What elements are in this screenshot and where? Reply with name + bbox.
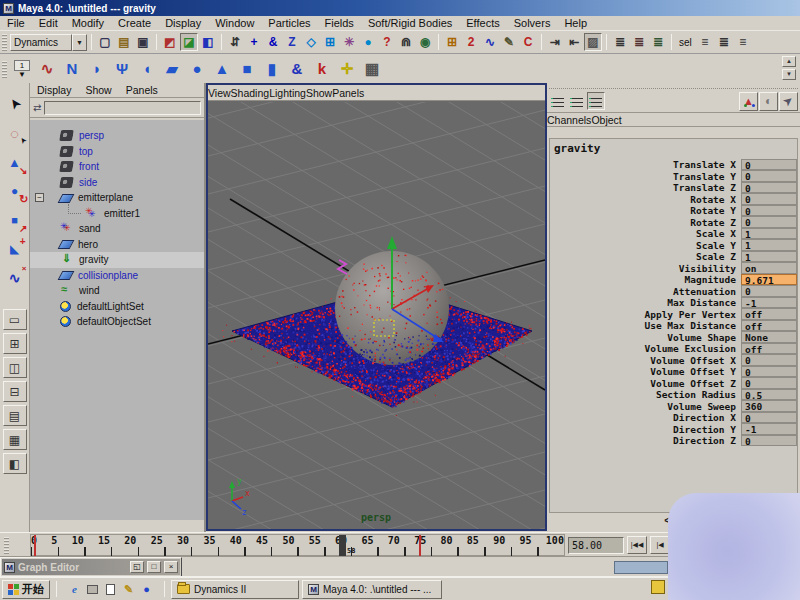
help-icon[interactable]: ?: [378, 33, 396, 51]
channel-speed-fast-icon[interactable]: [587, 92, 605, 110]
menu-item[interactable]: Fields: [318, 16, 361, 30]
current-time-field[interactable]: 58.00: [568, 537, 624, 554]
channel-value-field[interactable]: 1: [741, 228, 797, 240]
render-current-icon[interactable]: ≣: [611, 33, 629, 51]
channel-value-field[interactable]: 0: [741, 412, 797, 424]
outliner-item[interactable]: defaultObjectSet: [30, 314, 204, 330]
menu-item[interactable]: Modify: [65, 16, 111, 30]
graph-editor-window[interactable]: M Graph Editor ◱ □ ×: [0, 557, 182, 577]
expander-icon[interactable]: [35, 131, 44, 140]
graph-editor-titlebar[interactable]: M Graph Editor ◱ □ ×: [2, 559, 180, 575]
expander-icon[interactable]: [35, 240, 44, 249]
magnet-icon[interactable]: C: [519, 33, 537, 51]
last-tool-curve[interactable]: [2, 265, 28, 291]
curve-point-icon[interactable]: ∿: [481, 33, 499, 51]
pointer-arrow-icon[interactable]: ➤: [779, 92, 798, 111]
lasso-tool[interactable]: [2, 120, 28, 146]
layout-four-view[interactable]: ⊞: [3, 333, 27, 354]
select-component-icon[interactable]: ◧: [199, 33, 217, 51]
outliner-item[interactable]: − emitterplane: [30, 190, 204, 206]
viewport-menu-item[interactable]: Shading: [231, 87, 270, 99]
lattice-edit-icon[interactable]: ⊞: [443, 33, 461, 51]
media-player-icon[interactable]: ●: [139, 582, 154, 597]
channel-value-field[interactable]: 0: [741, 354, 797, 366]
channel-value-field[interactable]: off: [741, 308, 797, 320]
outliner-item[interactable]: hero: [30, 237, 204, 253]
outliner-filter-input[interactable]: [44, 101, 201, 115]
new-scene-icon[interactable]: ▢: [96, 33, 114, 51]
range-slider-bar[interactable]: [614, 561, 668, 574]
channel-value-field[interactable]: 0: [741, 170, 797, 182]
maximize-icon[interactable]: □: [147, 561, 161, 573]
cube-icon[interactable]: ■: [235, 57, 259, 81]
select-tool[interactable]: [2, 91, 28, 117]
loft-icon[interactable]: Ψ: [110, 57, 134, 81]
time-slider[interactable]: 0510152025303540455055606570758085909510…: [30, 534, 565, 556]
channel-value-field[interactable]: 1: [741, 239, 797, 251]
outliner-item[interactable]: front: [30, 159, 204, 175]
expander-icon[interactable]: [35, 209, 44, 218]
nurbs-sphere-icon[interactable]: ●: [359, 33, 377, 51]
channel-value-field[interactable]: 1: [741, 251, 797, 263]
particle-star-icon[interactable]: ✳: [340, 33, 358, 51]
outliner-item[interactable]: collisionplane: [30, 268, 204, 284]
expander-icon[interactable]: [35, 147, 44, 156]
sphere-icon[interactable]: ●: [185, 57, 209, 81]
filter-arrows-icon[interactable]: ⇄: [33, 102, 41, 113]
chevron-down-icon[interactable]: ▼: [18, 72, 26, 78]
restore-icon[interactable]: ◱: [130, 561, 144, 573]
select-object-icon[interactable]: ◪: [180, 33, 198, 51]
expander-icon[interactable]: [35, 317, 44, 326]
snap-mode-icon[interactable]: ⇵: [226, 33, 244, 51]
joint-tool-icon[interactable]: &: [285, 57, 309, 81]
step-back-button[interactable]: |◀: [650, 536, 670, 554]
poly-cube-icon[interactable]: ◇: [302, 33, 320, 51]
curve-red-icon[interactable]: 2: [462, 33, 480, 51]
drag-handle[interactable]: [4, 536, 9, 554]
menu-item[interactable]: Create: [111, 16, 158, 30]
layout-persp-outliner[interactable]: ◫: [3, 357, 27, 378]
outliner-item[interactable]: defaultLightSet: [30, 299, 204, 315]
chevron-down-icon[interactable]: ▼: [72, 34, 87, 51]
ep-curve-icon[interactable]: ∿: [35, 57, 59, 81]
show-desktop-icon[interactable]: [85, 582, 100, 597]
viewport-canvas[interactable]: y x z persp: [208, 102, 545, 529]
outliner-item[interactable]: side: [30, 175, 204, 191]
channel-value-field[interactable]: -1: [741, 297, 797, 309]
layout-single-persp[interactable]: ▭: [3, 309, 27, 330]
expander-icon[interactable]: [35, 224, 44, 233]
pin-constraint-icon[interactable]: ✛: [335, 57, 359, 81]
channel-value-field[interactable]: 0: [741, 205, 797, 217]
channel-value-field[interactable]: 0: [741, 159, 797, 171]
task-maya[interactable]: M Maya 4.0: .\untitled --- ...: [302, 580, 442, 599]
ipr-render-icon[interactable]: ≣: [630, 33, 648, 51]
shelf-tab-selector[interactable]: 1 ▼: [9, 55, 35, 82]
menu-item[interactable]: Help: [557, 16, 594, 30]
show-manipulator-tool[interactable]: [2, 236, 28, 262]
render-globals-icon[interactable]: ≣: [649, 33, 667, 51]
open-scene-icon[interactable]: ▤: [115, 33, 133, 51]
menu-item[interactable]: Display: [158, 16, 208, 30]
save-scene-icon[interactable]: ▣: [134, 33, 152, 51]
channel-value-field[interactable]: 9.671: [741, 274, 797, 286]
expander-icon[interactable]: [35, 255, 44, 264]
outliner-item[interactable]: emitter1: [30, 206, 204, 222]
outliner-item[interactable]: wind: [30, 283, 204, 299]
menu-item[interactable]: Particles: [261, 16, 317, 30]
close-icon[interactable]: ×: [164, 561, 178, 573]
curve-snap-icon[interactable]: Z: [283, 33, 301, 51]
ie-icon[interactable]: e: [67, 582, 82, 597]
menu-item[interactable]: Soft/Rigid Bodies: [361, 16, 459, 30]
expander-icon[interactable]: [35, 302, 44, 311]
channel-box-menu-item[interactable]: Channels: [547, 114, 591, 126]
channel-speed-slow-icon[interactable]: [549, 92, 567, 110]
expander-icon[interactable]: [35, 286, 44, 295]
rotate-tool[interactable]: [2, 178, 28, 204]
drag-handle[interactable]: [2, 60, 7, 78]
speed-dial-icon[interactable]: ◐: [759, 92, 778, 111]
channel-value-field[interactable]: 0: [741, 193, 797, 205]
selected-object-name[interactable]: gravity: [550, 139, 797, 159]
viewport-menu-item[interactable]: Panels: [332, 87, 364, 99]
task-dynamics[interactable]: Dynamics II: [171, 580, 299, 599]
ik-handle-icon[interactable]: k: [310, 57, 334, 81]
